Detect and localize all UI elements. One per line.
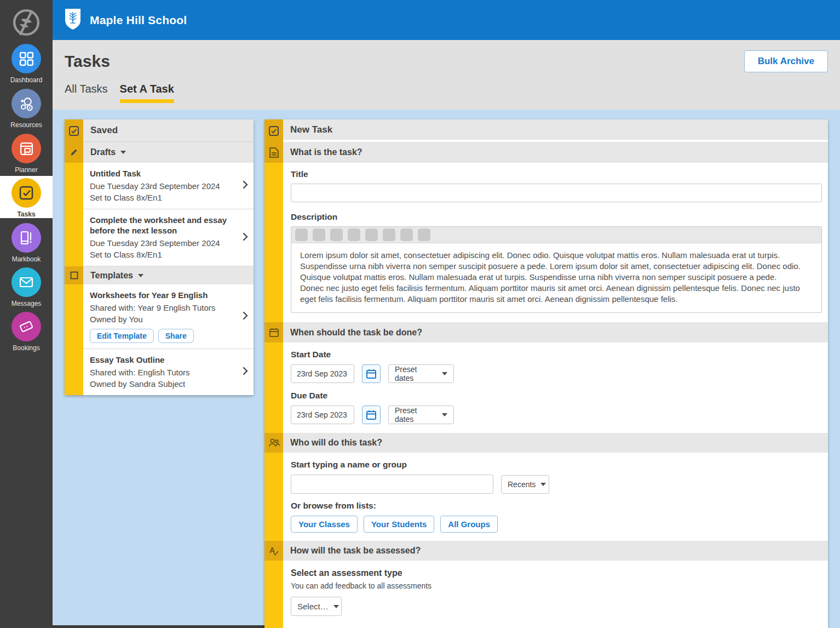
- new-task-title: New Task: [290, 124, 332, 135]
- what-section-header: What is the task?: [264, 142, 828, 163]
- when-section-header: When should the task be done?: [264, 322, 828, 342]
- markbook-icon: [11, 223, 41, 253]
- assessment-type-dropdown[interactable]: Select…: [291, 597, 342, 616]
- page-title: Tasks: [65, 52, 110, 71]
- start-preset-dates-dropdown[interactable]: Preset dates: [388, 364, 454, 383]
- your-classes-button[interactable]: Your Classes: [291, 516, 358, 533]
- page-header: Tasks All Tasks Set A Task Bulk Archive: [53, 40, 840, 110]
- sidebar-item-resources[interactable]: Resources: [0, 89, 53, 129]
- due-date-calendar-button[interactable]: [362, 406, 381, 424]
- sidebar-item-messages[interactable]: Messages: [0, 267, 53, 307]
- template-title: Worksheets for Year 9 English: [90, 290, 237, 300]
- description-editor: Lorem ipsum dolor sit amet, consectetuer…: [291, 226, 822, 313]
- toolbar-button[interactable]: [383, 229, 395, 241]
- top-bar: Maple Hill School: [53, 0, 840, 40]
- templates-section-header[interactable]: Templates: [65, 266, 254, 284]
- sidebar-item-tasks[interactable]: Tasks: [0, 176, 53, 218]
- due-preset-dates-dropdown[interactable]: Preset dates: [388, 406, 454, 424]
- title-input[interactable]: [291, 184, 822, 202]
- name-or-group-input[interactable]: [291, 475, 493, 494]
- tab-bar: All Tasks Set A Task: [65, 83, 174, 102]
- toolbar-button[interactable]: [365, 229, 378, 241]
- toolbar-button[interactable]: [313, 229, 325, 241]
- toolbar-button[interactable]: [400, 229, 413, 241]
- resources-icon: [11, 89, 41, 118]
- start-date-input[interactable]: [291, 364, 354, 383]
- square-icon: [65, 266, 83, 284]
- draft-item[interactable]: Untitled Task Due Tuesday 23rd September…: [83, 163, 254, 209]
- template-item[interactable]: Essay Task Outline Shared with: English …: [83, 349, 254, 395]
- when-section-body: Start Date Preset dates: [283, 342, 828, 433]
- when-heading: When should the task be done?: [290, 328, 422, 338]
- your-students-button[interactable]: Your Students: [364, 516, 434, 533]
- browse-lists-label: Or browse from lists:: [291, 501, 822, 511]
- checkbox-icon: [264, 119, 283, 142]
- sidebar-item-markbook[interactable]: Markbook: [0, 223, 53, 263]
- new-task-panel: New Task What is the task? Title Descrip…: [264, 119, 828, 628]
- draft-title: Untitled Task: [90, 168, 237, 179]
- how-heading: How will the task be assessed?: [290, 546, 421, 556]
- content-area: Saved Drafts Untitled Task Due Tuesday 2…: [53, 110, 840, 628]
- template-owner: Owned by You: [90, 313, 237, 325]
- toolbar-button[interactable]: [295, 229, 308, 241]
- template-owner: Owned by Sandra Subject: [90, 378, 237, 390]
- assessment-select-value: Select…: [297, 602, 329, 611]
- chevron-down-icon: [138, 274, 143, 277]
- template-shared: Shared with: Year 9 English Tutors: [90, 302, 237, 313]
- drafts-section-header[interactable]: Drafts: [65, 142, 254, 163]
- bulk-archive-button[interactable]: Bulk Archive: [744, 50, 828, 72]
- draft-set-to: Set to Class 8x/En1: [90, 249, 237, 260]
- start-date-calendar-button[interactable]: [362, 364, 381, 383]
- draft-item[interactable]: Complete the worksheet and essay before …: [83, 209, 254, 266]
- sidebar-item-label: Resources: [0, 121, 53, 129]
- toolbar-button[interactable]: [330, 229, 343, 241]
- editor-toolbar: [291, 227, 821, 243]
- calendar-icon: [264, 322, 283, 342]
- sidebar-item-dashboard[interactable]: Dashboard: [0, 44, 53, 84]
- sidebar-item-label: Tasks: [0, 210, 53, 218]
- title-label: Title: [291, 169, 822, 179]
- assessment-type-label: Select an assessment type: [291, 568, 822, 578]
- description-textarea[interactable]: Lorem ipsum dolor sit amet, consectetuer…: [291, 243, 821, 312]
- app-root: Dashboard Resources: [0, 0, 840, 628]
- edit-template-button[interactable]: Edit Template: [90, 329, 154, 343]
- share-button[interactable]: Share: [158, 329, 194, 343]
- search-name-label: Start typing a name or group: [291, 460, 822, 470]
- templates-label: Templates: [90, 271, 133, 281]
- chevron-right-icon[interactable]: [243, 232, 248, 243]
- description-paragraph: Lorem ipsum dolor sit amet, consectetuer…: [300, 250, 813, 283]
- template-title: Essay Task Outline: [90, 355, 237, 365]
- recents-dropdown[interactable]: Recents: [501, 475, 549, 494]
- sidebar-item-bookings[interactable]: Bookings: [0, 312, 53, 352]
- document-icon: [264, 142, 283, 163]
- planner-icon: [11, 134, 41, 163]
- assessment-note: You can add feedback to all assessments: [291, 581, 822, 590]
- template-shared: Shared with: English Tutors: [90, 367, 237, 378]
- school-name: Maple Hill School: [90, 14, 187, 27]
- sidebar-item-planner[interactable]: Planner: [0, 134, 53, 174]
- how-section-body: Select an assessment type You can add fe…: [283, 561, 828, 627]
- draft-due: Due Tuesday 23rd September 2024: [90, 180, 237, 192]
- due-date-input[interactable]: [291, 406, 354, 424]
- description-label: Description: [291, 212, 822, 222]
- chevron-down-icon: [442, 413, 447, 416]
- chevron-down-icon: [333, 605, 339, 608]
- sidebar-item-label: Markbook: [0, 255, 53, 263]
- chevron-right-icon[interactable]: [243, 180, 248, 191]
- toolbar-button[interactable]: [348, 229, 360, 241]
- tab-all-tasks[interactable]: All Tasks: [65, 83, 108, 102]
- how-section-header: A How will the task be assessed?: [264, 541, 828, 561]
- toolbar-button[interactable]: [418, 229, 430, 241]
- all-groups-button[interactable]: All Groups: [440, 516, 498, 533]
- tab-set-a-task[interactable]: Set A Task: [120, 83, 174, 102]
- bottom-edge-bar: [53, 625, 265, 628]
- template-item[interactable]: Worksheets for Year 9 English Shared wit…: [83, 284, 254, 349]
- chevron-down-icon: [442, 372, 447, 375]
- who-section-header: Who will do this task?: [264, 433, 828, 453]
- chevron-down-icon: [120, 151, 126, 154]
- chevron-right-icon[interactable]: [243, 367, 248, 378]
- due-date-label: Due Date: [291, 391, 822, 401]
- chevron-right-icon[interactable]: [243, 311, 248, 322]
- saved-header: Saved: [65, 119, 254, 142]
- sidebar: Dashboard Resources: [0, 0, 53, 628]
